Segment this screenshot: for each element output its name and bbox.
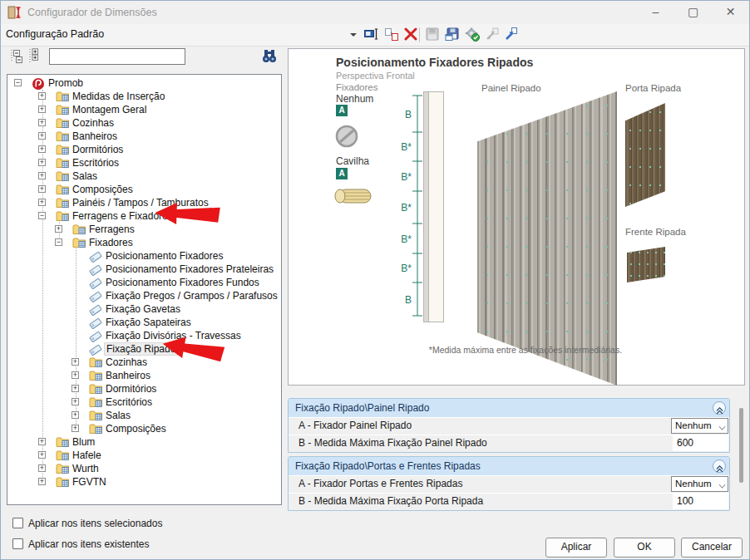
- collapse-chevron-button[interactable]: [713, 459, 726, 473]
- tree-item[interactable]: +Composições: [7, 422, 281, 435]
- tree-search-input[interactable]: [49, 48, 185, 65]
- expand-toggle-icon[interactable]: +: [38, 132, 46, 140]
- tree-item-label: Medidas de Inserção: [71, 91, 166, 102]
- collapse-toggle-icon[interactable]: −: [14, 79, 22, 86]
- tree-item[interactable]: +Montagem Geral: [7, 103, 281, 116]
- expand-toggle-icon[interactable]: +: [38, 145, 46, 153]
- panel-edge-graphic: [428, 91, 444, 322]
- tree-item[interactable]: −Promob: [7, 76, 281, 90]
- tree-item[interactable]: Posicionamento Fixadores: [7, 249, 281, 263]
- tree-item[interactable]: +Painéis / Tampos / Tamburatos: [7, 196, 281, 209]
- tree-item[interactable]: +Dormitórios: [7, 143, 281, 156]
- save-as-icon[interactable]: [444, 27, 461, 43]
- tree-item[interactable]: +Cozinhas: [7, 116, 281, 130]
- tree-item[interactable]: +Ferragens: [7, 223, 281, 236]
- expand-toggle-icon[interactable]: +: [38, 159, 46, 166]
- tree-item[interactable]: Fixação Pregos / Grampos / Parafusos: [7, 289, 281, 302]
- tree-item[interactable]: −Ferragens e Fixadores: [7, 209, 281, 223]
- configuration-combobox[interactable]: Configuração Padrão: [2, 25, 360, 44]
- collapse-toggle-icon[interactable]: −: [55, 238, 62, 246]
- property-value-cell[interactable]: 600: [673, 435, 728, 451]
- expand-toggle-icon[interactable]: +: [38, 478, 46, 485]
- import-icon[interactable]: [484, 27, 501, 43]
- tree-item[interactable]: +Cozinhas: [7, 356, 281, 369]
- folder-icon: [56, 436, 70, 448]
- save-icon[interactable]: [424, 27, 441, 43]
- property-dropdown[interactable]: Nenhum: [671, 418, 728, 434]
- tree-item[interactable]: +Banheiros: [7, 130, 281, 143]
- properties-scrollbar[interactable]: [739, 408, 743, 483]
- expand-toggle-icon[interactable]: +: [72, 385, 79, 392]
- tree-item-label: Fixação Ripado: [104, 342, 178, 356]
- tree-item[interactable]: +Escritórios: [7, 156, 281, 169]
- maximize-button[interactable]: ▢: [674, 1, 712, 24]
- find-icon[interactable]: [260, 48, 279, 65]
- close-button[interactable]: ✕: [712, 1, 749, 24]
- expand-all-icon[interactable]: [27, 48, 44, 65]
- ok-button[interactable]: OK: [614, 538, 675, 558]
- tree-item[interactable]: +Hafele: [7, 449, 281, 462]
- aplicar-button[interactable]: Aplicar: [545, 538, 607, 558]
- tree-item-label: Composições: [71, 184, 135, 195]
- collapse-chevron-button[interactable]: [713, 401, 726, 415]
- tree-item[interactable]: +Wurth: [7, 462, 281, 475]
- tree-item-label: Dormitórios: [104, 383, 158, 395]
- tag-icon: [89, 330, 103, 341]
- property-value-cell[interactable]: 100: [673, 494, 728, 509]
- expand-toggle-icon[interactable]: +: [55, 225, 62, 233]
- tree-item[interactable]: +Salas: [7, 169, 281, 183]
- tree-item[interactable]: +Blum: [7, 435, 281, 449]
- tree-item[interactable]: +Composições: [7, 183, 281, 196]
- expand-toggle-icon[interactable]: +: [38, 438, 46, 445]
- tree-item[interactable]: Fixação Ripado: [7, 342, 281, 356]
- minimize-button[interactable]: –: [637, 1, 674, 24]
- expand-toggle-icon[interactable]: +: [38, 92, 46, 100]
- tree-item[interactable]: +FGVTN: [7, 475, 281, 489]
- copy-configuration-icon[interactable]: [383, 27, 400, 43]
- collapse-toggle-icon[interactable]: −: [38, 212, 46, 219]
- tree-item[interactable]: +Medidas de Inserção: [7, 90, 281, 103]
- tree-item[interactable]: +Salas: [7, 409, 281, 422]
- apply-existing-checkbox[interactable]: [12, 538, 23, 549]
- expand-toggle-icon[interactable]: +: [38, 106, 46, 113]
- tree-item[interactable]: +Escritórios: [7, 395, 281, 409]
- property-dropdown[interactable]: Nenhum: [671, 476, 728, 492]
- tree-item[interactable]: Posicionamento Fixadores Fundos: [7, 276, 281, 289]
- tree-item[interactable]: +Banheiros: [7, 369, 281, 382]
- tree-item[interactable]: Fixação Sapateiras: [7, 316, 281, 329]
- tree-item-label: Cozinhas: [71, 117, 116, 129]
- expand-toggle-icon[interactable]: +: [38, 464, 46, 472]
- chevron-down-icon: [719, 424, 726, 430]
- expand-toggle-icon[interactable]: +: [72, 398, 79, 405]
- apply-selected-checkbox[interactable]: [12, 518, 23, 528]
- expand-toggle-icon[interactable]: +: [72, 371, 79, 379]
- tree-item-label: Posicionamento Fixadores Prateleiras: [104, 263, 275, 275]
- toolbar: Configuração Padrão: [1, 24, 749, 47]
- expand-toggle-icon[interactable]: +: [38, 119, 46, 126]
- export-icon[interactable]: [502, 27, 519, 43]
- expand-toggle-icon[interactable]: +: [38, 185, 46, 193]
- collapse-all-icon[interactable]: [9, 48, 26, 65]
- expand-toggle-icon[interactable]: +: [38, 199, 46, 206]
- tree-item[interactable]: Posicionamento Fixadores Prateleiras: [7, 263, 281, 276]
- expand-toggle-icon[interactable]: +: [72, 358, 79, 366]
- expand-toggle-icon[interactable]: +: [72, 425, 79, 432]
- folder-icon: [56, 117, 70, 129]
- expand-toggle-icon[interactable]: +: [38, 172, 46, 179]
- tree-item-label: Fixação Divisórias - Travessas: [104, 330, 243, 341]
- tree-item[interactable]: Fixação Divisórias - Travessas: [7, 329, 281, 342]
- property-group-header[interactable]: Fixação Ripado\Painel Ripado: [289, 399, 729, 417]
- folder-icon: [89, 396, 103, 408]
- expand-toggle-icon[interactable]: +: [38, 451, 46, 459]
- expand-toggle-icon[interactable]: +: [72, 411, 79, 419]
- property-group-header[interactable]: Fixação Ripado\Portas e Frentes Ripadas: [289, 457, 729, 475]
- folder-icon: [72, 237, 86, 248]
- apply-config-icon[interactable]: [464, 27, 481, 43]
- rename-icon[interactable]: [363, 27, 380, 43]
- tree-item-label: Wurth: [71, 463, 101, 474]
- tree-item[interactable]: Fixação Gavetas: [7, 302, 281, 316]
- tree-item[interactable]: −Fixadores: [7, 236, 281, 249]
- delete-icon[interactable]: [402, 27, 419, 43]
- cancelar-button[interactable]: Cancelar: [681, 538, 743, 558]
- tree-item[interactable]: +Dormitórios: [7, 382, 281, 395]
